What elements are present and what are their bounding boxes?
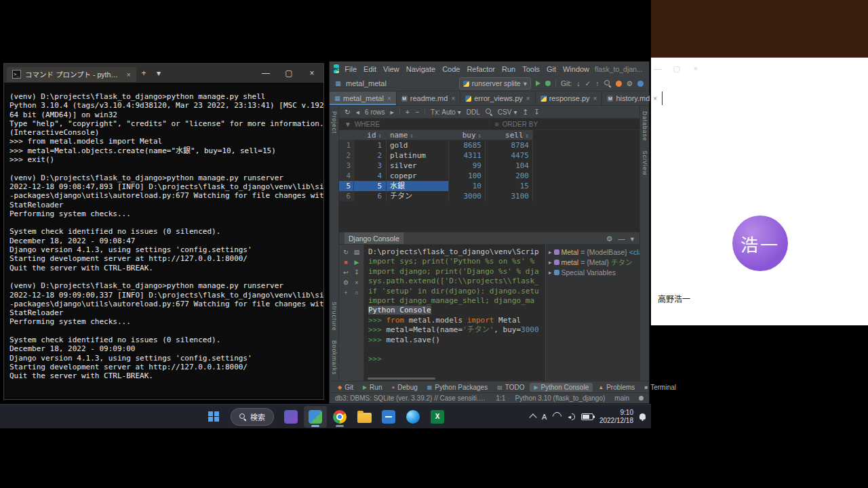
column-header-sell[interactable]: sell↕: [486, 130, 533, 140]
toolwindow-git[interactable]: ◆Git: [334, 383, 357, 392]
stripe-project[interactable]: Project: [331, 111, 338, 134]
menu-navigate[interactable]: Navigate: [406, 65, 435, 73]
cell-buy[interactable]: 3000: [449, 191, 486, 201]
volume-icon[interactable]: ◂: [568, 413, 575, 420]
scroll-to-end-icon[interactable]: ↧: [352, 268, 361, 277]
orderby-filter-input[interactable]: ≡ ORDER BY: [490, 119, 639, 129]
terminal-output[interactable]: (venv) D:\projects\flask_to_django>pytho…: [4, 83, 323, 381]
toolwindow-python-console[interactable]: ▶Python Console: [530, 383, 593, 392]
close-tab-icon[interactable]: ×: [526, 95, 530, 102]
stripe-bookmarks[interactable]: Bookmarks: [331, 340, 338, 375]
cell-sell[interactable]: 8784: [486, 140, 533, 150]
stripe-structure[interactable]: Structure: [331, 302, 338, 331]
console-toolwindow-header[interactable]: Django Console ⚙ — ▾: [339, 232, 639, 245]
csv-format-dropdown[interactable]: CSV ▾: [498, 108, 517, 116]
cell-buy[interactable]: 99: [449, 161, 486, 171]
taskbar-mail-icon[interactable]: [279, 406, 302, 428]
cell-id[interactable]: 5: [354, 181, 387, 191]
cell-id[interactable]: 2: [354, 150, 387, 161]
tab-list-icon[interactable]: ▾: [151, 68, 166, 78]
editor-tab-metal_metal[interactable]: ▦metal_metal×: [330, 92, 397, 105]
close-tab-icon[interactable]: ×: [593, 95, 597, 102]
menu-file[interactable]: File: [344, 65, 357, 73]
close-tab-icon[interactable]: ×: [451, 95, 455, 102]
resume-icon[interactable]: ▶: [352, 258, 361, 267]
menu-view[interactable]: View: [383, 65, 399, 73]
close-tab-icon[interactable]: ×: [387, 95, 391, 102]
cell-buy[interactable]: 4311: [449, 150, 486, 161]
cell-name[interactable]: silver: [387, 161, 449, 171]
cell-sell[interactable]: 200: [486, 171, 533, 181]
plugin-icon[interactable]: [616, 81, 622, 87]
new-tab-button[interactable]: +: [136, 68, 151, 78]
console-tab-label[interactable]: Django Console: [344, 232, 403, 244]
rows-info[interactable]: 6 rows: [365, 108, 384, 116]
next-page-icon[interactable]: ▸: [391, 108, 394, 116]
editor-tab-readme.md[interactable]: Mreadme.md×: [397, 92, 460, 105]
taskbar-teams-icon[interactable]: [377, 406, 400, 428]
toolwindow-terminal[interactable]: ■Terminal: [640, 383, 680, 392]
profile-avatar[interactable]: [637, 81, 644, 87]
clear-icon[interactable]: ×: [352, 279, 361, 287]
git-push-icon[interactable]: ↑: [595, 79, 599, 87]
where-filter-input[interactable]: ▼ WHERE: [339, 119, 490, 129]
editor-tab-response.py[interactable]: response.py×: [536, 92, 603, 105]
cell-id[interactable]: 4: [354, 171, 387, 181]
editor-tab-error_views.py[interactable]: error_views.py×: [460, 92, 535, 105]
console-options-gear-icon[interactable]: ⚙: [606, 235, 612, 243]
toolwindow-debug[interactable]: ●Debug: [387, 383, 421, 392]
menu-git[interactable]: Git: [547, 65, 556, 73]
terminal-tab[interactable]: >_ コマンド プロンプト - python man ×: [7, 67, 136, 82]
terminal-titlebar[interactable]: >_ コマンド プロンプト - python man × + ▾ — ▢ ×: [4, 64, 323, 83]
notifications-icon[interactable]: [639, 396, 644, 401]
cell-buy[interactable]: 8685: [449, 140, 486, 150]
menu-run[interactable]: Run: [502, 65, 515, 73]
table-row[interactable]: 22platinum43114475: [339, 150, 639, 161]
taskbar-chrome-icon[interactable]: [328, 406, 351, 428]
column-header-id[interactable]: id↕: [354, 130, 387, 140]
console-output[interactable]: D:\projects\flask_to_django\venv\Scripim…: [364, 245, 545, 381]
battery-icon[interactable]: [581, 413, 593, 420]
maximize-button[interactable]: ▢: [277, 64, 300, 83]
menu-refactor[interactable]: Refactor: [467, 65, 495, 73]
table-row[interactable]: 44copepr100200: [339, 171, 639, 181]
toolwindow-todo[interactable]: ▤TODO: [493, 383, 528, 392]
delete-row-icon[interactable]: −: [415, 108, 419, 116]
table-row[interactable]: 11gold86858784: [339, 140, 639, 150]
close-tab-icon[interactable]: ×: [127, 70, 131, 79]
minimize-button[interactable]: —: [648, 62, 667, 76]
cell-name[interactable]: チタン: [387, 191, 449, 201]
menu-code[interactable]: Code: [442, 65, 460, 73]
debug-button[interactable]: [545, 81, 551, 86]
pycharm-titlebar[interactable]: PC FileEditViewNavigateCodeRefactorRunTo…: [330, 62, 649, 76]
git-update-icon[interactable]: ↓: [576, 79, 580, 87]
variable-row[interactable]: ▸Special Variables: [546, 267, 639, 277]
column-header-buy[interactable]: buy↕: [449, 130, 486, 140]
stripe-database[interactable]: Database: [642, 111, 648, 141]
hide-toolwindow-icon[interactable]: ▾: [631, 235, 634, 243]
chevron-right-icon[interactable]: ▸: [549, 249, 552, 256]
toolwindow-problems[interactable]: ▲Problems: [594, 383, 639, 392]
history-icon[interactable]: ○: [352, 289, 361, 298]
settings-gear-icon[interactable]: ⚙: [627, 79, 633, 87]
table-row[interactable]: 33silver99104: [339, 161, 639, 171]
add-row-icon[interactable]: +: [406, 108, 410, 116]
start-button[interactable]: [202, 406, 225, 428]
close-button[interactable]: ×: [300, 64, 323, 83]
taskbar-excel-icon[interactable]: X: [426, 406, 449, 428]
ddl-button[interactable]: DDL: [467, 108, 480, 116]
minimize-button[interactable]: —: [254, 64, 277, 83]
caret-position[interactable]: 1:1: [496, 394, 506, 402]
cell-sell[interactable]: 15: [486, 181, 533, 191]
nav-bar-item[interactable]: metal_metal: [346, 79, 387, 87]
cell-sell[interactable]: 3100: [486, 191, 533, 201]
table-row[interactable]: 66チタン30003100: [339, 191, 639, 201]
taskbar-folder-icon[interactable]: [353, 406, 376, 428]
minimize-toolwindow-icon[interactable]: —: [618, 235, 625, 243]
console-settings-icon[interactable]: ⚙: [341, 279, 351, 287]
variable-row[interactable]: ▸metal = {Metal} チタン: [546, 257, 639, 267]
menu-tools[interactable]: Tools: [522, 65, 540, 73]
clock[interactable]: 9:10 2022/12/18: [599, 409, 633, 425]
git-commit-icon[interactable]: ✓: [585, 79, 591, 87]
wifi-icon[interactable]: [551, 410, 564, 422]
